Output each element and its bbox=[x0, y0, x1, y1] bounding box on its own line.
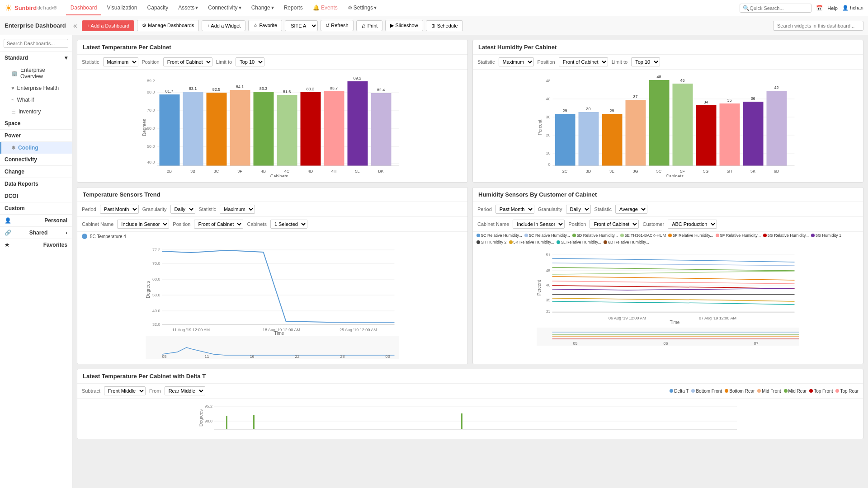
widget-humidity-customer-controls1: Period Past Month Granularity Daily Stat… bbox=[473, 202, 863, 217]
trend-cabinets-select[interactable]: 1 Selected bbox=[270, 220, 307, 229]
sidebar-section-space[interactable]: Space bbox=[0, 117, 72, 130]
svg-text:32.0: 32.0 bbox=[152, 322, 160, 327]
help-button[interactable]: Help bbox=[827, 5, 838, 11]
svg-text:11: 11 bbox=[205, 354, 209, 359]
delta-from-select[interactable]: Rear Middle bbox=[165, 386, 205, 395]
legend-item-1: 5C Relative Humidity... bbox=[476, 233, 522, 238]
position-select[interactable]: Front of Cabinet bbox=[163, 57, 212, 66]
dashboard-content: Latest Temperature Per Cabinet Statistic… bbox=[72, 35, 868, 488]
add-widget-button[interactable]: + Add a Widget bbox=[202, 20, 245, 31]
hum-cust-pos-label: Position bbox=[568, 221, 586, 227]
svg-rect-138 bbox=[461, 413, 462, 429]
refresh-button[interactable]: ↺ Refresh bbox=[321, 20, 354, 31]
trend-granularity-select[interactable]: Daily bbox=[170, 205, 195, 214]
svg-text:33: 33 bbox=[546, 309, 550, 314]
hum-cust-gran-select[interactable]: Daily bbox=[566, 205, 591, 214]
svg-rect-21 bbox=[230, 90, 250, 166]
favorite-button[interactable]: ☆ Favorite bbox=[248, 20, 282, 31]
quick-search-input[interactable] bbox=[750, 5, 808, 11]
svg-rect-18 bbox=[207, 93, 227, 166]
sidebar-section-change[interactable]: Change bbox=[0, 166, 72, 178]
trend-statistic-label: Statistic bbox=[199, 206, 217, 212]
trend-statistic-select[interactable]: Maximum bbox=[220, 205, 255, 214]
delta-legend-bottom-rear: Bottom Rear bbox=[725, 389, 755, 394]
sidebar-section-dcoi[interactable]: DCOI bbox=[0, 190, 72, 202]
legend-item-6: 5F Relative Humidity... bbox=[716, 233, 761, 238]
quick-search-box[interactable]: 🔍 bbox=[740, 4, 811, 13]
user-menu[interactable]: 👤 hchan bbox=[842, 5, 863, 11]
trend-cabinet-select[interactable]: Include in Sensor bbox=[117, 220, 169, 229]
sidebar-item-enterprise-health[interactable]: ♥ Enterprise Health bbox=[0, 82, 72, 94]
sidebar-item-enterprise-overview[interactable]: 🏢 Enterprise Overview bbox=[0, 64, 72, 82]
nav-assets[interactable]: Assets▾ bbox=[174, 1, 203, 15]
svg-text:51: 51 bbox=[546, 253, 550, 257]
nav-visualization[interactable]: Visualization bbox=[102, 1, 142, 15]
statistic-select[interactable]: Maximum bbox=[103, 57, 138, 66]
svg-text:36: 36 bbox=[750, 96, 755, 101]
nav-reports[interactable]: Reports bbox=[279, 1, 307, 15]
sidebar-section-power[interactable]: Power bbox=[0, 130, 72, 142]
hum-statistic-label: Statistic bbox=[477, 59, 495, 65]
sidebar-section-standard[interactable]: Standard ▾ bbox=[0, 52, 72, 64]
sidebar-section-favorites[interactable]: ★ Favorites bbox=[0, 239, 72, 251]
hum-position-select[interactable]: Front of Cabinet bbox=[559, 57, 608, 66]
svg-text:82.5: 82.5 bbox=[212, 87, 221, 92]
svg-text:Percent: Percent bbox=[538, 120, 542, 136]
limit-select[interactable]: Top 10 bbox=[236, 57, 264, 66]
print-button[interactable]: 🖨 Print bbox=[356, 20, 383, 31]
svg-rect-24 bbox=[254, 92, 274, 166]
widget-humidity-cabinet-controls: Statistic Maximum Position Front of Cabi… bbox=[473, 55, 863, 70]
temp-cabinet-svg: Degrees 89.2 80.0 70.0 60.0 50.0 40.0 bbox=[81, 73, 464, 177]
hum-cust-pos-select[interactable]: Front of Cabinet bbox=[590, 220, 639, 229]
hum-cust-cabinet-label: Cabinet Name bbox=[477, 221, 509, 227]
svg-text:89.2: 89.2 bbox=[147, 79, 155, 83]
sidebar-item-inventory[interactable]: ☰ Inventory bbox=[0, 106, 72, 117]
collapse-sidebar-button[interactable]: « bbox=[71, 22, 79, 30]
widget-humidity-customer-chart: Percent 51 45 40 35 33 bbox=[473, 246, 863, 351]
sidebar-section-personal[interactable]: 👤 Personal bbox=[0, 215, 72, 227]
inventory-icon: ☰ bbox=[11, 109, 16, 115]
sidebar-item-what-if[interactable]: ~ What-if bbox=[0, 94, 72, 106]
hum-cust-cabinet-select[interactable]: Include in Sensor bbox=[513, 220, 565, 229]
sidebar-section-custom[interactable]: Custom bbox=[0, 202, 72, 215]
site-selector[interactable]: SITE A bbox=[285, 20, 318, 31]
sidebar-item-cooling[interactable]: ❄ Cooling bbox=[0, 142, 72, 154]
svg-text:22: 22 bbox=[295, 354, 300, 359]
calendar-icon[interactable]: 📅 bbox=[816, 5, 823, 11]
top-navigation: ☀ Sunbird dcTrack® Dashboard Visualizati… bbox=[0, 0, 868, 16]
nav-connectivity[interactable]: Connectivity▾ bbox=[203, 1, 245, 15]
sidebar-section-data-reports[interactable]: Data Reports bbox=[0, 178, 72, 190]
svg-text:80.0: 80.0 bbox=[147, 90, 155, 94]
sidebar-section-connectivity[interactable]: Connectivity bbox=[0, 154, 72, 166]
hum-statistic-select[interactable]: Maximum bbox=[499, 57, 534, 66]
hum-cust-customer-select[interactable]: ABC Production bbox=[668, 220, 717, 229]
delta-legend-top-front: Top Front bbox=[809, 389, 833, 394]
svg-text:29: 29 bbox=[609, 108, 614, 113]
nav-capacity[interactable]: Capacity bbox=[143, 1, 173, 15]
schedule-button[interactable]: 🗓 Schedule bbox=[426, 20, 463, 31]
add-dashboard-button[interactable]: + Add a Dashboard bbox=[82, 20, 135, 31]
sidebar-section-shared[interactable]: 🔗 Shared ‹ bbox=[0, 227, 72, 239]
nav-events[interactable]: 🔔 Events bbox=[308, 1, 342, 15]
sidebar-search-input[interactable] bbox=[4, 39, 68, 48]
sidebar: Standard ▾ 🏢 Enterprise Overview ♥ Enter… bbox=[0, 35, 72, 488]
svg-text:3F: 3F bbox=[237, 169, 242, 174]
delta-subtract-select[interactable]: Front Middle bbox=[104, 386, 146, 395]
hum-cust-stat-select[interactable]: Average bbox=[615, 205, 647, 214]
trend-period-select[interactable]: Past Month bbox=[100, 205, 139, 214]
svg-text:05: 05 bbox=[162, 354, 167, 359]
delta-legend-mid-rear: Mid Rear bbox=[784, 389, 807, 394]
widget-delta-t-title: Latest Temperature Per Cabinet with Delt… bbox=[77, 369, 863, 384]
hum-cust-period-select[interactable]: Past Month bbox=[495, 205, 534, 214]
svg-text:40: 40 bbox=[546, 283, 550, 287]
nav-settings[interactable]: ⚙Settings▾ bbox=[343, 1, 381, 15]
trend-pos-select[interactable]: Front of Cabinet bbox=[194, 220, 243, 229]
hum-limit-select[interactable]: Top 10 bbox=[631, 57, 660, 66]
widget-search-input[interactable] bbox=[773, 21, 863, 31]
manage-dashboards-button[interactable]: ⚙ Manage Dashboards bbox=[137, 20, 199, 31]
widget-temp-trend: Temperature Sensors Trend Period Past Mo… bbox=[77, 187, 468, 364]
slideshow-button[interactable]: ▶ Slideshow bbox=[385, 20, 423, 31]
nav-dashboard[interactable]: Dashboard bbox=[66, 1, 102, 15]
nav-change[interactable]: Change▾ bbox=[247, 1, 278, 15]
hum-limit-label: Limit to bbox=[612, 59, 627, 65]
